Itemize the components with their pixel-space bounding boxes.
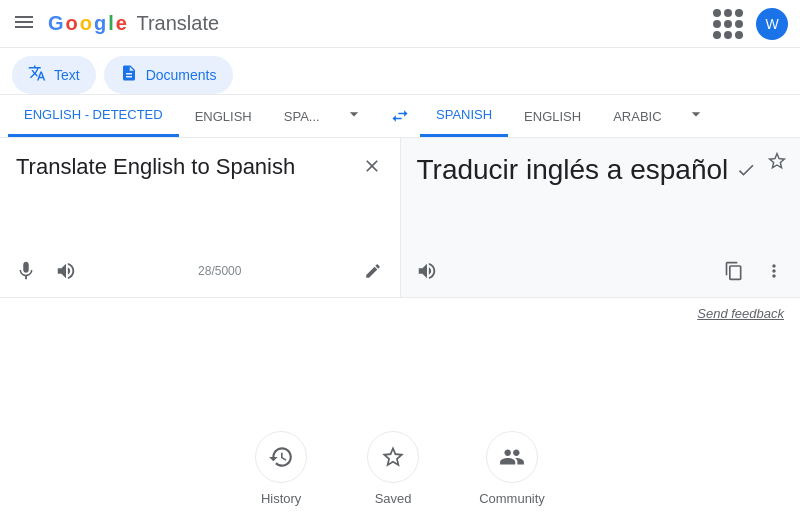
target-lang-arabic[interactable]: ARABIC (597, 97, 677, 136)
verified-icon (736, 160, 756, 185)
logo-text: Translate (136, 12, 219, 35)
community-icon-circle (486, 431, 538, 483)
saved-icon-circle (367, 431, 419, 483)
history-label: History (261, 491, 301, 506)
target-panel-bottom (409, 253, 793, 289)
header-right: W (708, 4, 788, 44)
header: Google Translate W (0, 0, 800, 48)
target-lang-english[interactable]: ENGLISH (508, 97, 597, 136)
mic-button[interactable] (8, 253, 44, 289)
apps-icon[interactable] (708, 4, 748, 44)
target-action-icons (716, 253, 792, 289)
user-avatar[interactable]: W (756, 8, 788, 40)
mode-tab-bar: Text Documents (0, 48, 800, 95)
community-label: Community (479, 491, 545, 506)
feedback-label: Send feedback (697, 306, 784, 321)
translated-text: Traducir inglés a español (417, 154, 729, 186)
feedback-bar[interactable]: Send feedback (0, 298, 800, 329)
source-lang-english[interactable]: ENGLISH (179, 97, 268, 136)
edit-button[interactable] (355, 253, 391, 289)
source-speaker-button[interactable] (48, 253, 84, 289)
text-tab-label: Text (54, 67, 80, 83)
nav-history[interactable]: History (255, 431, 307, 506)
documents-tab-icon (120, 64, 138, 86)
nav-saved[interactable]: Saved (367, 431, 419, 506)
copy-button[interactable] (716, 253, 752, 289)
bottom-nav: History Saved Community (0, 411, 800, 516)
source-icons (8, 253, 84, 289)
source-panel: 28/5000 (0, 138, 401, 297)
documents-tab-label: Documents (146, 67, 217, 83)
char-count: 28/5000 (198, 264, 241, 278)
language-selector: ENGLISH - DETECTED ENGLISH SPA... SPANIS… (0, 95, 800, 138)
source-input[interactable] (16, 154, 384, 234)
more-options-button[interactable] (756, 253, 792, 289)
menu-icon[interactable] (12, 10, 36, 38)
documents-tab[interactable]: Documents (104, 56, 233, 94)
swap-languages-button[interactable] (380, 96, 420, 136)
text-tab[interactable]: Text (12, 56, 96, 94)
target-languages: SPANISH ENGLISH ARABIC (420, 95, 792, 137)
target-panel: Traducir inglés a español (401, 138, 801, 297)
source-languages: ENGLISH - DETECTED ENGLISH SPA... (8, 95, 380, 137)
translation-panels: 28/5000 Traducir inglés a español (0, 138, 800, 298)
clear-source-button[interactable] (356, 150, 388, 182)
source-lang-detected[interactable]: ENGLISH - DETECTED (8, 95, 179, 137)
source-panel-bottom: 28/5000 (8, 253, 392, 289)
target-lang-spanish[interactable]: SPANISH (420, 95, 508, 137)
source-lang-spanish[interactable]: SPA... (268, 97, 336, 136)
app-logo: Google Translate (48, 12, 708, 35)
saved-label: Saved (375, 491, 412, 506)
source-lang-expand-icon[interactable] (336, 96, 372, 136)
favorite-button[interactable] (766, 150, 788, 176)
nav-community[interactable]: Community (479, 431, 545, 506)
target-speaker-button[interactable] (409, 253, 445, 289)
target-lang-expand-icon[interactable] (678, 96, 714, 136)
history-icon-circle (255, 431, 307, 483)
text-tab-icon (28, 64, 46, 86)
